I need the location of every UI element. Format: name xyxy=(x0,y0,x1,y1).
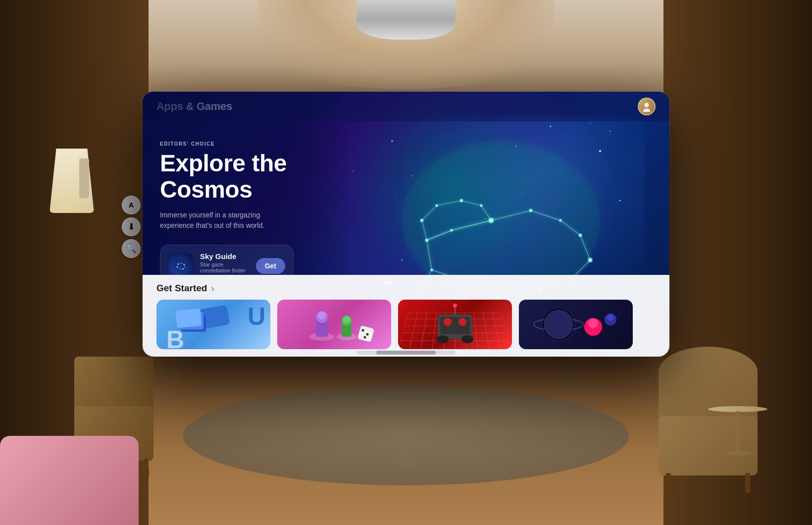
sidebar: A ⬇ 🔍 xyxy=(122,196,141,258)
sidebar-apps-button[interactable]: A xyxy=(122,196,141,214)
letter-u: U xyxy=(248,302,265,331)
svg-point-41 xyxy=(174,259,188,273)
svg-point-71 xyxy=(453,304,457,308)
svg-rect-51 xyxy=(176,309,202,328)
sky-guide-icon xyxy=(173,258,189,274)
thumbnail-space-app[interactable] xyxy=(519,300,633,349)
svg-point-11 xyxy=(579,234,582,237)
hero-title-line2: Cosmos xyxy=(160,176,252,203)
app-description: Star gaze constellation finder xyxy=(200,262,250,273)
svg-point-6 xyxy=(425,239,428,242)
svg-point-79 xyxy=(607,314,614,321)
side-table-leg xyxy=(736,411,739,451)
avatar-icon xyxy=(641,101,652,112)
hero-title: Explore the Cosmos xyxy=(160,151,333,203)
side-table xyxy=(708,406,767,456)
svg-point-29 xyxy=(392,141,393,142)
chair-right-leg1 xyxy=(666,473,671,493)
app-name: Sky Guide xyxy=(200,252,250,261)
rug xyxy=(183,386,629,485)
svg-point-61 xyxy=(362,329,364,332)
ceiling-lamp xyxy=(356,0,456,40)
lamp-post xyxy=(79,158,89,198)
svg-point-75 xyxy=(544,310,573,339)
svg-point-33 xyxy=(609,131,610,132)
get-started-title: Get Started xyxy=(156,283,207,294)
scrollbar[interactable] xyxy=(356,351,456,355)
svg-point-27 xyxy=(488,217,494,223)
svg-point-35 xyxy=(515,146,516,147)
bed-corner xyxy=(0,436,139,525)
svg-point-69 xyxy=(461,335,473,343)
hero-title-line1: Explore the xyxy=(160,150,287,176)
scrollbar-thumb[interactable] xyxy=(376,351,436,355)
svg-point-68 xyxy=(437,335,449,343)
space-graphic xyxy=(519,300,633,349)
chair-right-leg2 xyxy=(745,473,750,493)
svg-point-30 xyxy=(411,175,412,176)
get-started-section: Get Started › B U xyxy=(143,275,669,357)
side-table-base xyxy=(723,451,753,456)
board-game-graphic xyxy=(277,300,391,349)
thumbnail-racing-game[interactable] xyxy=(398,300,512,349)
hero-subtitle: Immerse yourself in a stargazing experie… xyxy=(160,210,289,231)
svg-point-55 xyxy=(318,312,326,319)
svg-rect-60 xyxy=(357,325,374,342)
svg-point-7 xyxy=(451,229,453,232)
svg-point-36 xyxy=(402,260,403,261)
get-started-arrow: › xyxy=(211,283,214,294)
svg-point-59 xyxy=(343,316,350,323)
sidebar-download-button[interactable]: ⬇ xyxy=(122,217,141,236)
svg-point-77 xyxy=(588,318,598,328)
svg-point-32 xyxy=(619,200,621,202)
blue-app-graphic xyxy=(171,305,221,339)
svg-point-66 xyxy=(444,318,452,326)
racing-graphic xyxy=(398,300,512,349)
thumbnail-board-game[interactable] xyxy=(277,300,391,349)
svg-point-39 xyxy=(645,103,649,107)
sidebar-search-button[interactable]: 🔍 xyxy=(122,239,141,258)
svg-point-34 xyxy=(550,126,552,127)
svg-point-63 xyxy=(364,336,366,339)
thumbnail-blue-app[interactable]: B U xyxy=(156,300,270,349)
svg-point-10 xyxy=(559,219,562,222)
svg-point-67 xyxy=(458,318,466,326)
svg-point-28 xyxy=(588,258,593,262)
svg-rect-57 xyxy=(342,323,352,337)
get-started-header: Get Started › xyxy=(156,283,656,294)
svg-point-20 xyxy=(460,199,463,202)
svg-point-9 xyxy=(529,209,532,212)
user-avatar[interactable] xyxy=(638,98,656,115)
svg-point-19 xyxy=(436,205,438,207)
editors-choice-badge: EDITORS' CHOICE xyxy=(160,141,333,147)
svg-point-31 xyxy=(599,150,601,152)
main-screen: Apps & Games EDITORS' CHOICE Explore the… xyxy=(143,92,669,357)
app-cards-row: B U xyxy=(156,300,656,349)
svg-point-40 xyxy=(643,108,650,112)
svg-point-17 xyxy=(431,269,433,271)
svg-point-18 xyxy=(420,219,423,222)
svg-point-62 xyxy=(366,333,369,336)
svg-point-21 xyxy=(480,205,483,207)
get-button[interactable]: Get xyxy=(256,258,285,274)
